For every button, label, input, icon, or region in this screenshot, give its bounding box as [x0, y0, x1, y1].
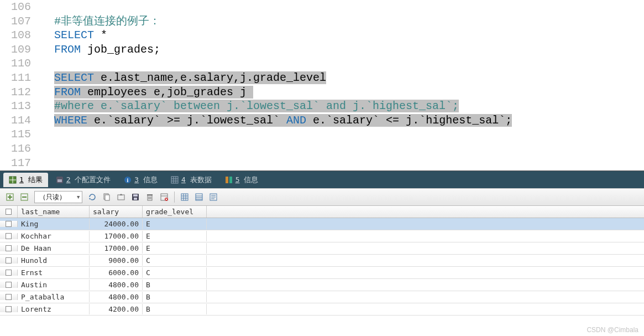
- cell-gradelevel[interactable]: E: [143, 231, 207, 241]
- save-button[interactable]: [129, 190, 142, 204]
- result-tabs: 1 结果 2 个配置文件 i 3 信息 4 表数据 5 信息: [0, 170, 644, 188]
- tab-label: 5 信息: [235, 175, 259, 185]
- cell-salary[interactable]: 17000.00: [90, 231, 143, 241]
- col-header-salary[interactable]: salary: [90, 206, 143, 218]
- row-marker[interactable]: [0, 294, 18, 300]
- sql-editor[interactable]: 106107108109110111112113114115116117 #非等…: [0, 0, 644, 170]
- table-row[interactable]: Kochhar17000.00E: [0, 230, 644, 242]
- result-toolbar: （只读） ▼: [0, 188, 644, 206]
- add-row-button[interactable]: [3, 190, 17, 204]
- table-row[interactable]: De Haan17000.00E: [0, 242, 644, 255]
- table-row[interactable]: King24000.00E: [0, 218, 644, 230]
- cell-gradelevel[interactable]: B: [143, 280, 207, 290]
- cell-salary[interactable]: 4800.00: [90, 280, 143, 290]
- cell-lastname[interactable]: King: [18, 219, 90, 229]
- svg-rect-25: [134, 198, 137, 200]
- cell-gradelevel[interactable]: C: [143, 255, 207, 266]
- tab-label: 3 信息: [134, 175, 158, 185]
- cell-lastname[interactable]: Lorentz: [18, 304, 90, 314]
- row-marker[interactable]: [0, 257, 18, 263]
- cell-gradelevel[interactable]: C: [143, 267, 207, 278]
- table-row[interactable]: Lorentz4200.00B: [0, 303, 644, 316]
- remove-row-button[interactable]: [18, 190, 31, 204]
- table-icon: [171, 176, 179, 184]
- svg-rect-13: [229, 177, 232, 183]
- line-number-gutter: 106107108109110111112113114115116117: [0, 0, 39, 170]
- grid-header: last_name salary grade_level: [0, 206, 644, 218]
- info-icon: i: [124, 176, 132, 184]
- table-row[interactable]: P_ataballa4800.00B: [0, 291, 644, 303]
- svg-marker-19: [89, 198, 91, 200]
- mode-dropdown[interactable]: （只读） ▼: [34, 191, 82, 203]
- separator: [174, 192, 175, 203]
- corner-cell[interactable]: [0, 206, 18, 218]
- cell-lastname[interactable]: De Haan: [18, 243, 90, 254]
- tab-label: 2 个配置文件: [66, 175, 111, 185]
- row-marker[interactable]: [0, 233, 18, 239]
- svg-text:i: i: [127, 177, 129, 183]
- cell-lastname[interactable]: Kochhar: [18, 231, 90, 241]
- tab-profile[interactable]: 2 个配置文件: [50, 173, 117, 187]
- svg-rect-12: [226, 177, 228, 183]
- svg-rect-7: [171, 177, 178, 183]
- cell-gradelevel[interactable]: B: [143, 292, 207, 302]
- cell-lastname[interactable]: P_ataballa: [18, 292, 90, 302]
- mode-label: （只读）: [39, 193, 66, 202]
- refresh-button[interactable]: [86, 190, 99, 204]
- cell-salary[interactable]: 4800.00: [90, 292, 143, 302]
- svg-rect-36: [181, 194, 188, 200]
- chevron-down-icon: ▼: [77, 194, 80, 200]
- cell-lastname[interactable]: Hunold: [18, 255, 90, 266]
- view-grid-button[interactable]: [178, 190, 191, 204]
- cell-gradelevel[interactable]: E: [143, 219, 207, 229]
- copy-button[interactable]: [100, 190, 113, 204]
- tab-label: 1 结果: [19, 175, 43, 185]
- tab-label: 4 表数据: [181, 175, 212, 185]
- view-text-button[interactable]: [207, 190, 220, 204]
- svg-rect-4: [57, 179, 62, 182]
- col-header-gradelevel[interactable]: grade_level: [143, 206, 207, 218]
- row-marker[interactable]: [0, 245, 18, 251]
- row-marker[interactable]: [0, 282, 18, 288]
- table-row[interactable]: Ernst6000.00C: [0, 267, 644, 279]
- row-marker[interactable]: [0, 221, 18, 227]
- svg-rect-24: [133, 194, 138, 197]
- grid-body: King24000.00EKochhar17000.00EDe Haan1700…: [0, 218, 644, 316]
- filter-button[interactable]: [158, 190, 171, 204]
- export-button[interactable]: [114, 190, 128, 204]
- tab-tabledata[interactable]: 4 表数据: [165, 173, 217, 187]
- col-header-lastname[interactable]: last_name: [18, 206, 90, 218]
- watermark: CSDN @Cimbala: [587, 326, 638, 334]
- svg-rect-27: [147, 194, 153, 195]
- delete-button[interactable]: [143, 190, 156, 204]
- cell-gradelevel[interactable]: E: [143, 243, 207, 254]
- code-area[interactable]: #非等值连接的例子：SELECT *FROM job_grades;SELECT…: [39, 0, 644, 170]
- table-row[interactable]: Hunold9000.00C: [0, 255, 644, 267]
- result-grid[interactable]: last_name salary grade_level King24000.0…: [0, 206, 644, 316]
- cell-salary[interactable]: 9000.00: [90, 255, 143, 266]
- view-form-button[interactable]: [192, 190, 206, 204]
- svg-rect-21: [105, 195, 109, 200]
- row-marker[interactable]: [0, 270, 18, 276]
- cell-salary[interactable]: 4200.00: [90, 304, 143, 314]
- table-row[interactable]: Austin4800.00B: [0, 279, 644, 291]
- grid-icon: [9, 176, 17, 184]
- svg-rect-22: [118, 195, 124, 200]
- tab-info2[interactable]: 5 信息: [219, 173, 264, 187]
- tab-info1[interactable]: i 3 信息: [118, 173, 163, 187]
- info2-icon: [225, 176, 233, 184]
- cell-gradelevel[interactable]: B: [143, 304, 207, 314]
- cell-lastname[interactable]: Austin: [18, 280, 90, 290]
- row-marker[interactable]: [0, 306, 18, 312]
- cell-salary[interactable]: 6000.00: [90, 267, 143, 278]
- cell-salary[interactable]: 17000.00: [90, 243, 143, 254]
- profile-icon: [56, 176, 64, 184]
- tab-result[interactable]: 1 结果: [3, 173, 48, 187]
- cell-salary[interactable]: 24000.00: [90, 219, 143, 229]
- cell-lastname[interactable]: Ernst: [18, 267, 90, 278]
